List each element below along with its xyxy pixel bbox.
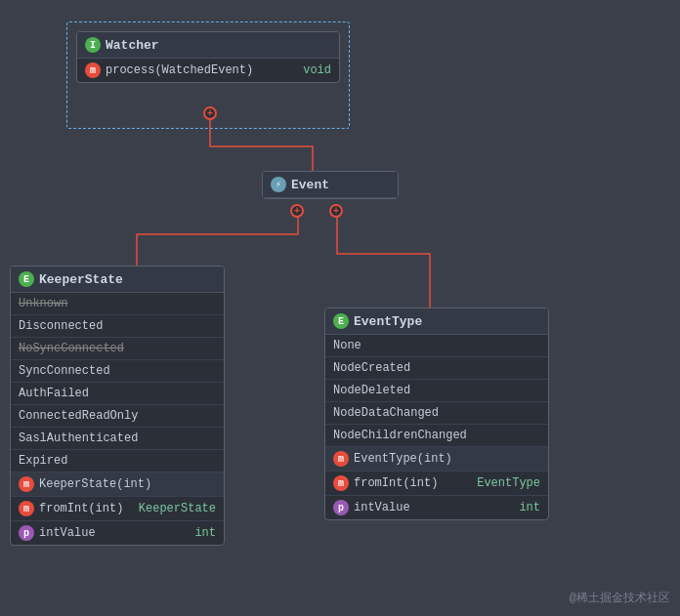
keeper-auth-text: AuthFailed [19,387,89,400]
event-type-deleted: NodeDeleted [325,380,548,402]
event-port-left[interactable]: + [290,204,304,218]
keeper-intvalue-type: int [194,526,216,540]
keeper-item-sync: SyncConnected [11,360,224,383]
watcher-node[interactable]: I Watcher m process(WatchedEvent) void [76,31,340,83]
event-type-fromint-row: m fromInt(int) EventType [325,472,548,496]
keeper-constructor-text: KeeperState(int) [39,477,151,491]
watcher-method-row: m process(WatchedEvent) void [77,59,339,82]
event-type-node[interactable]: E EventType None NodeCreated NodeDeleted… [324,308,549,520]
canvas: I Watcher m process(WatchedEvent) void +… [0,0,680,616]
event-type-childrenchanged: NodeChildrenChanged [325,425,548,447]
keeper-readonly-text: ConnectedReadOnly [19,409,138,423]
keeper-unknown-text: Unknown [19,297,67,310]
watcher-header: I Watcher [77,32,339,59]
keeper-item-unknown: Unknown [11,293,224,315]
event-deleted-text: NodeDeleted [333,384,410,397]
event-type-intvalue-type: int [519,501,540,514]
event-datachanged-text: NodeDataChanged [333,406,439,420]
event-port-right[interactable]: + [329,204,343,218]
keeper-item-expired: Expired [11,450,224,472]
keeper-item-disconnected: Disconnected [11,315,224,338]
event-title: Event [291,178,329,192]
watcher-method-type: void [303,63,331,77]
event-childrenchanged-text: NodeChildrenChanged [333,429,467,442]
event-type-intvalue-text: intValue [354,501,410,514]
event-badge: ⚡ [271,177,286,192]
event-type-fromint-badge: m [333,475,349,491]
event-type-constructor-badge: m [333,451,349,467]
event-type-datachanged: NodeDataChanged [325,402,548,425]
watermark: @稀土掘金技术社区 [570,590,670,606]
event-type-fromint-text: fromInt(int) [354,476,438,490]
keeper-disconnected-text: Disconnected [19,319,103,333]
keeper-intvalue-badge: p [19,525,34,541]
watcher-badge: I [85,37,101,53]
event-none-text: None [333,339,361,352]
event-type-intvalue-badge: p [333,500,349,515]
event-type-header: E EventType [325,308,548,335]
keeper-expired-text: Expired [19,454,67,468]
keeper-state-header: E KeeperState [11,267,224,293]
event-type-none: None [325,335,548,357]
keeper-constructor-badge: m [19,476,34,492]
keeper-fromint-badge: m [19,501,34,516]
event-header: ⚡ Event [263,172,398,198]
watcher-method-text: process(WatchedEvent) [106,63,253,77]
event-created-text: NodeCreated [333,361,410,375]
keeper-sync-text: SyncConnected [19,364,110,378]
watcher-method-badge: m [85,62,101,78]
event-node[interactable]: ⚡ Event [262,171,399,199]
event-type-intvalue-row: p intValue int [325,496,548,519]
keeper-state-badge: E [19,271,34,287]
keeper-intvalue-row: p intValue int [11,521,224,545]
keeper-state-title: KeeperState [39,272,123,287]
watcher-title: Watcher [106,38,159,53]
keeper-constructor-row: m KeeperState(int) [11,472,224,497]
keeper-intvalue-text: intValue [39,526,96,540]
event-type-constructor-row: m EventType(int) [325,447,548,472]
event-type-constructor-text: EventType(int) [354,452,452,466]
event-type-created: NodeCreated [325,357,548,380]
keeper-fromint-type: KeeperState [139,502,216,515]
watcher-port-bottom[interactable]: + [203,106,217,120]
keeper-item-auth: AuthFailed [11,383,224,405]
event-type-fromint-type: EventType [477,476,540,490]
event-type-title: EventType [354,314,422,329]
keeper-item-readonly: ConnectedReadOnly [11,405,224,428]
keeper-fromint-row: m fromInt(int) KeeperState [11,497,224,521]
keeper-fromint-text: fromInt(int) [39,502,123,515]
keeper-item-sasl: SaslAuthenticated [11,428,224,450]
keeper-state-node[interactable]: E KeeperState Unknown Disconnected NoSyn… [10,266,225,546]
event-type-badge: E [333,313,349,329]
keeper-nosync-text: NoSyncConnected [19,342,124,355]
keeper-item-nosync: NoSyncConnected [11,338,224,360]
keeper-sasl-text: SaslAuthenticated [19,431,138,445]
